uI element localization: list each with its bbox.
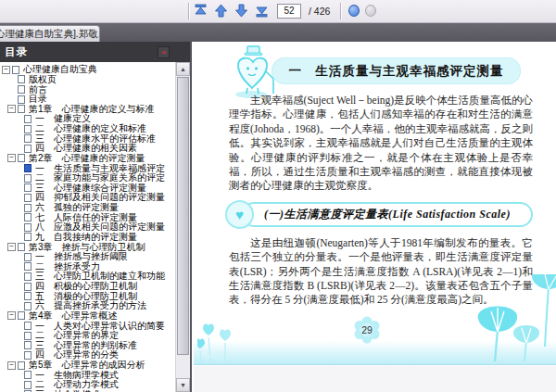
document-page-icon: [24, 371, 32, 379]
collapse-icon[interactable]: −: [7, 154, 16, 162]
page-navigation-group: / 426: [192, 2, 376, 19]
go-last-page-button[interactable]: [253, 2, 271, 19]
ebook-reader-window: / 426 [心理健康自助宝典].郑敬... × 目录 ◄ −心理健康自助宝典版…: [0, 0, 556, 392]
previous-page-icon: [214, 4, 228, 18]
document-page-icon: [18, 243, 25, 251]
subsection-header: ♥ (一)生活满意度评定量表(Life Satisfaction Scale): [229, 200, 533, 229]
toolbar-separator: [188, 3, 189, 19]
document-page-icon: [12, 66, 19, 74]
heart-badge-icon: ♥: [225, 200, 254, 229]
collapse-icon[interactable]: −: [7, 361, 16, 370]
scrollbar-thumb[interactable]: [177, 77, 189, 355]
subsection-title: (一)生活满意度评定量表(Life Satisfaction Scale): [242, 202, 533, 227]
document-page-icon: [24, 341, 32, 349]
document-page-icon: [24, 272, 32, 281]
document-page-icon: [24, 253, 32, 261]
auto-hide-pin-icon[interactable]: ◄: [158, 46, 170, 58]
canvas-background: [194, 366, 556, 392]
document-page-icon: [24, 194, 32, 202]
main-toolbar: / 426: [0, 0, 556, 23]
forward-view-icon: [365, 5, 376, 17]
document-page-icon: [24, 204, 32, 212]
document-tab-title: [心理健康自助宝典].郑敬...: [0, 28, 100, 41]
document-page-icon: [18, 154, 25, 162]
toc-tree: −心理健康自助宝典版权页前言目录−第1章 心理健康的定义与标准一 健康定义二 心…: [0, 62, 175, 392]
back-view-icon: [348, 5, 360, 17]
document-page-icon: [24, 322, 32, 330]
section-title: 一 生活质量与主观幸福感评定测量: [272, 57, 521, 84]
paragraph: 主观幸福感(Suject Well－being)是反映个体生活质量高低的心理学指…: [229, 94, 533, 194]
tab-bar: [心理健康自助宝典].郑敬... ×: [0, 23, 556, 42]
flower-decoration-left: [197, 315, 259, 365]
toc-sidebar-header: 目录 ◄: [0, 42, 190, 62]
document-page-icon: [24, 164, 32, 172]
collapse-icon[interactable]: −: [7, 311, 16, 320]
page-total-label: / 426: [309, 6, 330, 17]
scroll-up-icon[interactable]: ▲: [176, 62, 190, 76]
toc-item-label: 三 社会学模式: [35, 388, 100, 392]
document-page-icon: [18, 85, 25, 94]
document-page-icon: [24, 292, 32, 300]
document-page-icon: [18, 311, 25, 320]
back-view-button[interactable]: [346, 2, 360, 19]
previous-page-button[interactable]: [212, 2, 230, 19]
document-page-icon: [24, 213, 32, 221]
document-page-icon: [24, 125, 32, 133]
document-page-icon: [24, 174, 32, 183]
document-page-icon: [18, 95, 25, 104]
collapse-icon[interactable]: −: [7, 105, 16, 113]
next-page-button[interactable]: [233, 2, 250, 19]
page-number-badge: 29: [353, 316, 381, 344]
document-page-icon: [18, 361, 25, 370]
document-page-icon: [24, 381, 32, 389]
flower-decoration-right: [467, 274, 556, 366]
toc-sidebar-title: 目录: [5, 45, 28, 59]
document-page-icon: [24, 332, 32, 340]
page-number-input[interactable]: [277, 4, 301, 19]
document-page-icon: [18, 75, 25, 83]
document-page-icon: [18, 105, 25, 113]
heart-icon: ♥: [235, 208, 244, 221]
page-number: 29: [353, 316, 381, 344]
document-page-icon: [24, 115, 32, 123]
heart-mascot-icon: [229, 45, 277, 99]
go-first-page-icon: [194, 4, 208, 18]
toolbar-separator: [340, 3, 341, 19]
collapse-icon[interactable]: −: [7, 243, 16, 251]
scroll-down-icon[interactable]: ▼: [176, 378, 190, 392]
collapse-icon[interactable]: −: [2, 66, 10, 74]
document-page-icon: [24, 262, 32, 271]
toc-sidebar: 目录 ◄ −心理健康自助宝典版权页前言目录−第1章 心理健康的定义与标准一 健康…: [0, 42, 192, 392]
forward-view-button[interactable]: [362, 2, 376, 19]
toc-scrollbar[interactable]: ▲ ▼: [175, 62, 190, 392]
go-last-page-icon: [255, 4, 269, 18]
document-page-icon: [24, 183, 32, 192]
document-page: 一 生活质量与主观幸福感评定测量 主观幸福感(Suject Well－being…: [194, 42, 556, 392]
document-page-icon: [24, 134, 32, 143]
document-page-icon: [24, 223, 32, 232]
toc-item[interactable]: −心理健康自助宝典: [0, 65, 175, 75]
go-first-page-button[interactable]: [192, 2, 209, 19]
document-tab[interactable]: [心理健康自助宝典].郑敬... ×: [0, 25, 100, 42]
next-page-icon: [234, 4, 248, 18]
document-page-icon: [24, 283, 32, 291]
content-area: 目录 ◄ −心理健康自助宝典版权页前言目录−第1章 心理健康的定义与标准一 健康…: [0, 42, 556, 392]
toc-item[interactable]: 前言: [0, 84, 175, 95]
